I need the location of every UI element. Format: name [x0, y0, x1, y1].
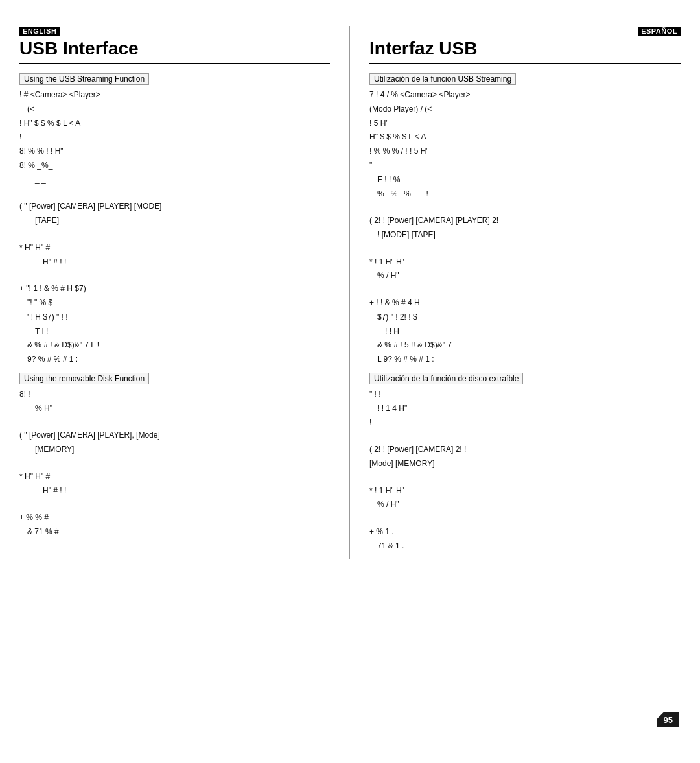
page-number-badge: 95: [657, 712, 679, 727]
english-lang-badge: ENGLISH: [19, 27, 60, 36]
removable-subsection-label: Using the removable Disk Function: [19, 373, 149, 384]
removable-subsection-label-es: Utilización de la función de disco extra…: [369, 373, 523, 384]
spanish-lang-badge: ESPAÑOL: [638, 27, 681, 36]
streaming-content-right: 7 ! 4 / % <Camera> <Player> (Modo Player…: [369, 89, 681, 366]
spanish-column: ESPAÑOL Interfaz USB Utilización de la f…: [350, 26, 681, 559]
streaming-content-left: ! # <Camera> <Player> (< ! H" $ $ % $ L …: [19, 89, 330, 366]
page: ENGLISH USB Interface Using the USB Stre…: [0, 0, 700, 763]
removable-content-right: " ! ! ! ! 1 4 H" ! ( 2! ! [Power] [CAMER…: [369, 388, 681, 553]
streaming-subsection-label: Using the USB Streaming Function: [19, 73, 149, 85]
english-title: USB Interface: [19, 38, 330, 64]
english-column: ENGLISH USB Interface Using the USB Stre…: [19, 26, 350, 559]
streaming-subsection-label-es: Utilización de la función USB Streaming: [369, 73, 516, 85]
removable-content-left: 8! ! % H" ( " [Power] [CAMERA] [PLAYER],…: [19, 388, 330, 539]
spanish-title: Interfaz USB: [369, 38, 681, 64]
